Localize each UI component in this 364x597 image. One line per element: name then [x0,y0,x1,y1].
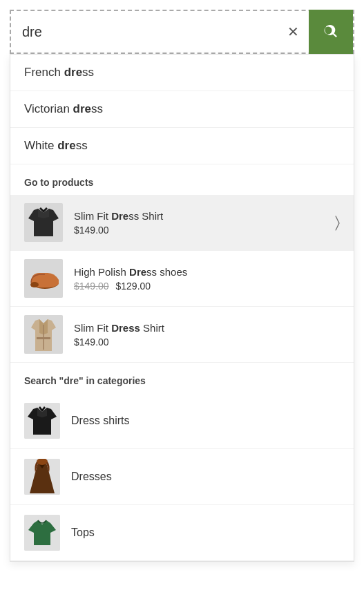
product-item-slim-fit-dress-shirt[interactable]: Slim Fit Dress Shirt $149.00 〉 [10,195,354,251]
category-label-tops: Tops [71,527,95,539]
suggestion-white-dress[interactable]: White dress [10,128,354,164]
product-image-slim-fit-dress-shirt-2 [24,315,63,354]
categories-section-header: Search "dre" in categories [10,363,354,393]
search-bar: ✕ [10,10,354,54]
price-sale: $129.00 [116,281,151,292]
suggestion-victorian-dress[interactable]: Victorian dress [10,91,354,128]
product-name-slim-fit-dress-shirt: Slim Fit Dress Shirt [74,210,329,222]
product-item-slim-fit-dress-shirt-2[interactable]: Slim Fit Dress Shirt $149.00 [10,307,354,363]
search-clear-button[interactable]: ✕ [278,17,309,47]
category-label-dress-shirts: Dress shirts [71,415,129,427]
price-original: $149.00 [74,281,109,292]
svg-point-6 [30,282,39,287]
search-submit-button[interactable] [309,10,353,54]
product-item-high-polish-dress-shoes[interactable]: High Polish Dress shoes $149.00 $129.00 [10,251,354,307]
product-image-high-polish-dress-shoes [24,259,63,298]
search-icon [323,23,339,41]
search-dropdown: French dress Victorian dress White dress… [10,54,354,562]
category-item-tops[interactable]: Tops [10,505,354,561]
product-price-slim-fit-dress-shirt-trench: $149.00 [74,337,340,348]
product-price-slim-fit-dress-shirt: $149.00 [74,225,329,236]
close-icon: ✕ [287,24,299,39]
search-input[interactable] [11,24,278,40]
category-image-dresses [24,459,60,495]
cursor-icon: 〉 [335,214,340,231]
svg-rect-11 [37,337,50,339]
category-item-dresses[interactable]: Dresses [10,449,354,505]
category-label-dresses: Dresses [71,471,112,483]
product-image-slim-fit-dress-shirt [24,203,63,242]
product-name-high-polish-dress-shoes: High Polish Dress shoes [74,266,340,278]
product-info-slim-fit-dress-shirt-trench: Slim Fit Dress Shirt $149.00 [74,322,340,348]
category-image-tops [24,515,60,551]
product-name-slim-fit-dress-shirt-trench: Slim Fit Dress Shirt [74,322,340,334]
suggestion-french-dress[interactable]: French dress [10,55,354,91]
product-price-high-polish-dress-shoes: $149.00 $129.00 [74,281,340,292]
product-info-slim-fit-dress-shirt: Slim Fit Dress Shirt $149.00 [74,210,329,236]
category-image-dress-shirts [24,403,60,439]
products-section-header: Go to products [10,164,354,195]
category-item-dress-shirts[interactable]: Dress shirts [10,393,354,449]
product-info-high-polish-dress-shoes: High Polish Dress shoes $149.00 $129.00 [74,266,340,292]
